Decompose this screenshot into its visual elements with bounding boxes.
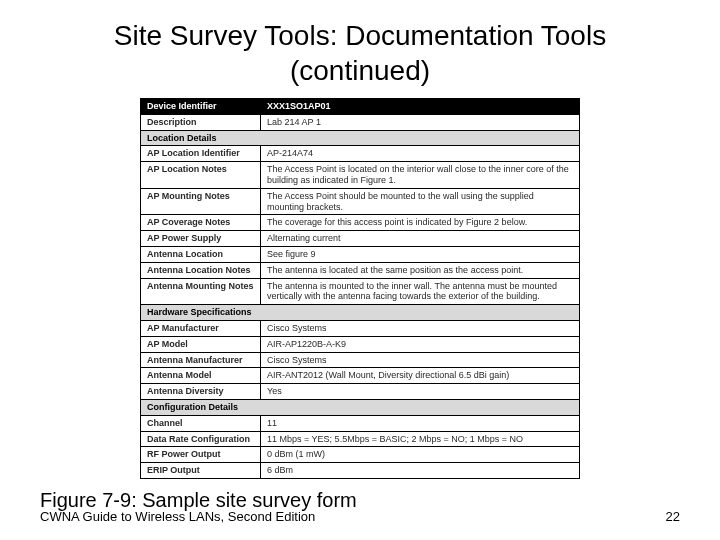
form-label: AP Mounting Notes: [141, 188, 261, 215]
form-label: Channel: [141, 415, 261, 431]
page-number: 22: [666, 509, 680, 524]
form-label: Antenna Location: [141, 246, 261, 262]
form-value: 11: [261, 415, 580, 431]
form-label: AP Model: [141, 336, 261, 352]
slide-title: Site Survey Tools: Documentation Tools (…: [40, 18, 680, 88]
form-value: The coverage for this access point is in…: [261, 215, 580, 231]
form-value: 11 Mbps = YES; 5.5Mbps = BASIC; 2 Mbps =…: [261, 431, 580, 447]
form-label: Antenna Location Notes: [141, 262, 261, 278]
form-label: Antenna Model: [141, 368, 261, 384]
form-label: ERIP Output: [141, 463, 261, 479]
form-value: See figure 9: [261, 246, 580, 262]
form-value: 0 dBm (1 mW): [261, 447, 580, 463]
form-value: 6 dBm: [261, 463, 580, 479]
section-header: Hardware Specifications: [141, 305, 580, 321]
form-value: XXX1SO1AP01: [261, 99, 580, 115]
form-value: AIR-ANT2012 (Wall Mount, Diversity direc…: [261, 368, 580, 384]
form-value: The antenna is located at the same posit…: [261, 262, 580, 278]
form-label: Description: [141, 114, 261, 130]
form-label: AP Coverage Notes: [141, 215, 261, 231]
form-label: AP Location Notes: [141, 162, 261, 189]
form-value: Lab 214 AP 1: [261, 114, 580, 130]
form-label: AP Location Identifier: [141, 146, 261, 162]
form-value: AP-214A74: [261, 146, 580, 162]
survey-form-table: Device IdentifierXXX1SO1AP01DescriptionL…: [140, 98, 580, 479]
form-value: AIR-AP1220B-A-K9: [261, 336, 580, 352]
form-label: Data Rate Configuration: [141, 431, 261, 447]
form-label: Antenna Manufacturer: [141, 352, 261, 368]
form-value: The antenna is mounted to the inner wall…: [261, 278, 580, 305]
form-label: Device Identifier: [141, 99, 261, 115]
form-value: Cisco Systems: [261, 320, 580, 336]
form-label: Antenna Diversity: [141, 384, 261, 400]
form-value: Alternating current: [261, 231, 580, 247]
form-value: Cisco Systems: [261, 352, 580, 368]
form-label: AP Manufacturer: [141, 320, 261, 336]
form-label: Antenna Mounting Notes: [141, 278, 261, 305]
form-label: RF Power Output: [141, 447, 261, 463]
section-header: Location Details: [141, 130, 580, 146]
section-header: Configuration Details: [141, 399, 580, 415]
footer-source: CWNA Guide to Wireless LANs, Second Edit…: [40, 509, 315, 524]
form-value: The Access Point is located on the inter…: [261, 162, 580, 189]
form-label: AP Power Supply: [141, 231, 261, 247]
form-value: Yes: [261, 384, 580, 400]
form-value: The Access Point should be mounted to th…: [261, 188, 580, 215]
